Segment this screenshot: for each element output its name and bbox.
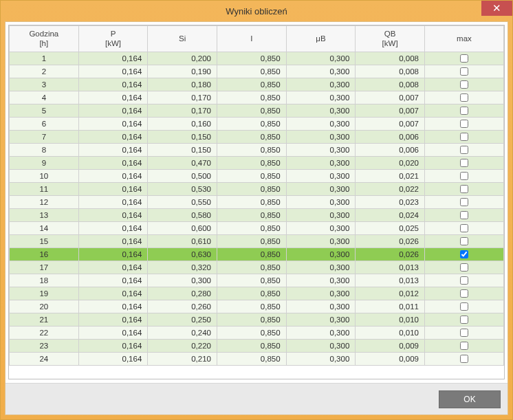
table-row[interactable]: 200,1640,2600,8500,3000,011 [10,300,504,313]
max-checkbox[interactable] [460,80,468,89]
max-checkbox[interactable] [460,120,468,128]
col-hour[interactable]: Godzina[h] [10,26,79,52]
table-row[interactable]: 220,1640,2400,8500,3000,010 [10,326,504,339]
ok-button[interactable]: OK [439,390,501,408]
table-row[interactable]: 130,1640,5800,8500,3000,024 [10,208,504,221]
cell-hour: 4 [10,91,79,104]
max-checkbox[interactable] [460,54,468,63]
cell-qb: 0,007 [356,117,425,130]
cell-si: 0,630 [148,247,217,261]
table-row[interactable]: 40,1640,1700,8500,3000,007 [10,91,504,104]
table-row[interactable]: 30,1640,1800,8500,3000,008 [10,78,504,91]
cell-max [424,300,503,313]
close-icon: ✕ [492,2,501,14]
col-p-label: P[kW] [105,30,121,47]
cell-max [424,221,503,234]
max-checkbox[interactable] [460,93,468,102]
cell-max [424,104,503,117]
table-row[interactable]: 90,1640,4700,8500,3000,020 [10,156,504,169]
cell-p: 0,164 [78,52,148,65]
cell-qb: 0,007 [356,104,425,117]
table-row[interactable]: 150,1640,6100,8500,3000,026 [10,234,504,247]
table-row[interactable]: 140,1640,6000,8500,3000,025 [10,221,504,234]
col-max[interactable]: max [424,26,503,52]
table-row[interactable]: 180,1640,3000,8500,3000,013 [10,274,504,287]
cell-ub: 0,300 [286,65,356,78]
cell-i: 0,850 [217,221,286,234]
col-i[interactable]: I [217,26,286,52]
cell-max [424,65,503,78]
max-checkbox[interactable] [460,133,468,141]
cell-p: 0,164 [78,221,148,234]
cell-hour: 23 [10,339,79,352]
table-row[interactable]: 100,1640,5000,8500,3000,021 [10,169,504,182]
cell-i: 0,850 [217,156,286,169]
table-row[interactable]: 50,1640,1700,8500,3000,007 [10,104,504,117]
max-checkbox[interactable] [460,185,468,193]
cell-max [424,261,503,274]
cell-si: 0,170 [148,104,217,117]
cell-i: 0,850 [217,261,286,274]
header-row: Godzina[h] P[kW] Si I μB QB[kW] max [10,26,504,52]
cell-i: 0,850 [217,326,286,339]
cell-hour: 24 [10,352,79,365]
col-si[interactable]: Si [148,26,217,52]
table-row[interactable]: 60,1640,1600,8500,3000,007 [10,117,504,130]
cell-p: 0,164 [78,261,148,274]
cell-hour: 11 [10,182,79,195]
max-checkbox[interactable] [460,237,468,245]
table-row[interactable]: 230,1640,2200,8500,3000,009 [10,339,504,352]
cell-hour: 22 [10,326,79,339]
table-row[interactable]: 70,1640,1500,8500,3000,006 [10,130,504,143]
table-row[interactable]: 10,1640,2000,8500,3000,008 [10,52,504,65]
cell-i: 0,850 [217,287,286,300]
max-checkbox[interactable] [460,276,468,285]
cell-max [424,208,503,221]
col-p[interactable]: P[kW] [78,26,148,52]
titlebar: Wyniki obliczeń ✕ [1,1,512,21]
max-checkbox[interactable] [460,250,468,258]
col-ub[interactable]: μB [286,26,356,52]
max-checkbox[interactable] [460,329,468,337]
cell-i: 0,850 [217,169,286,182]
ok-button-label: OK [463,395,475,404]
table-row[interactable]: 110,1640,5300,8500,3000,022 [10,182,504,195]
table-row[interactable]: 120,1640,5500,8500,3000,023 [10,195,504,208]
cell-si: 0,500 [148,169,217,182]
max-checkbox[interactable] [460,67,468,76]
results-table: Godzina[h] P[kW] Si I μB QB[kW] max 10,1… [9,25,504,366]
cell-max [424,352,503,365]
col-qb[interactable]: QB[kW] [356,26,425,52]
cell-hour: 21 [10,313,79,326]
cell-max [424,52,503,65]
cell-hour: 1 [10,52,79,65]
table-row[interactable]: 170,1640,3200,8500,3000,013 [10,261,504,274]
table-row[interactable]: 80,1640,1500,8500,3000,006 [10,143,504,156]
table-row[interactable]: 190,1640,2800,8500,3000,012 [10,287,504,300]
max-checkbox[interactable] [460,146,468,154]
cell-p: 0,164 [78,339,148,352]
cell-ub: 0,300 [286,104,356,117]
table-row[interactable]: 240,1640,2100,8500,3000,009 [10,352,504,365]
max-checkbox[interactable] [460,224,468,232]
max-checkbox[interactable] [460,302,468,311]
max-checkbox[interactable] [460,355,468,363]
max-checkbox[interactable] [460,198,468,206]
table-row[interactable]: 20,1640,1900,8500,3000,008 [10,65,504,78]
max-checkbox[interactable] [460,172,468,180]
max-checkbox[interactable] [460,159,468,167]
table-row[interactable]: 210,1640,2500,8500,3000,010 [10,313,504,326]
max-checkbox[interactable] [460,316,468,324]
content-area: Godzina[h] P[kW] Si I μB QB[kW] max 10,1… [5,21,508,415]
cell-qb: 0,020 [356,156,425,169]
cell-max [424,156,503,169]
max-checkbox[interactable] [460,263,468,272]
table-row[interactable]: 160,1640,6300,8500,3000,026 [10,247,504,261]
max-checkbox[interactable] [460,289,468,298]
max-checkbox[interactable] [460,211,468,219]
max-checkbox[interactable] [460,107,468,115]
max-checkbox[interactable] [460,342,468,350]
close-button[interactable]: ✕ [481,1,512,16]
col-i-label: I [250,34,252,43]
col-si-label: Si [179,34,186,43]
